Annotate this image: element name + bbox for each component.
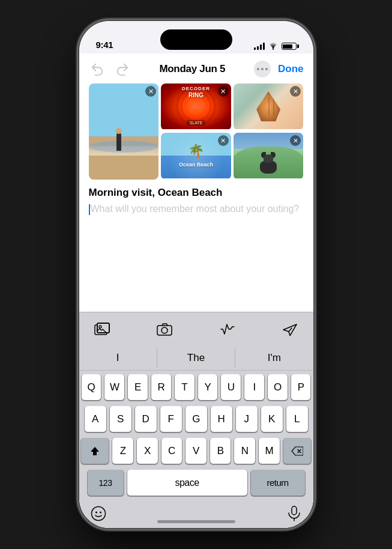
key-q[interactable]: Q xyxy=(82,374,101,400)
svg-point-0 xyxy=(272,48,273,49)
key-d[interactable]: D xyxy=(135,406,157,432)
undo-button[interactable] xyxy=(89,61,106,77)
photo-shell[interactable]: ✕ xyxy=(234,83,304,130)
key-l[interactable]: L xyxy=(286,406,308,432)
key-r[interactable]: R xyxy=(151,374,171,400)
journal-title: Morning visit, Ocean Beach xyxy=(89,187,304,199)
key-u[interactable]: U xyxy=(221,374,241,400)
dynamic-island xyxy=(160,29,232,50)
photo-beach[interactable]: ✕ xyxy=(89,83,159,180)
svg-point-6 xyxy=(161,327,167,333)
more-dot xyxy=(265,68,268,70)
keyboard-row-4: 123 space return xyxy=(82,470,311,496)
key-t[interactable]: T xyxy=(175,374,194,400)
photo-library-button[interactable] xyxy=(91,318,113,340)
svg-point-9 xyxy=(100,512,101,514)
photo-dog[interactable]: ✕ xyxy=(234,133,304,180)
space-key[interactable]: space xyxy=(127,470,247,496)
svg-point-7 xyxy=(91,507,105,521)
palm-icon: 🌴 xyxy=(188,144,204,159)
phone-frame: 9:41 xyxy=(79,21,313,528)
screen: 9:41 xyxy=(79,21,313,528)
more-dot xyxy=(261,68,264,70)
toolbar-title: Monday Jun 5 xyxy=(159,63,225,75)
predictive-item-3[interactable]: I'm xyxy=(235,348,313,368)
key-j[interactable]: J xyxy=(236,406,258,432)
status-icons xyxy=(254,43,297,50)
text-cursor xyxy=(89,204,90,215)
redo-button[interactable] xyxy=(114,61,131,77)
key-a[interactable]: A xyxy=(85,406,106,432)
delete-key[interactable] xyxy=(283,438,311,464)
key-s[interactable]: S xyxy=(110,406,131,432)
key-f[interactable]: F xyxy=(160,406,182,432)
home-indicator xyxy=(157,520,235,523)
audio-button[interactable] xyxy=(217,318,238,340)
toolbar-right: Done xyxy=(254,61,304,77)
key-y[interactable]: Y xyxy=(198,374,218,400)
more-dot xyxy=(257,68,259,70)
key-o[interactable]: O xyxy=(268,374,288,400)
key-e[interactable]: E xyxy=(128,374,148,400)
status-time: 9:41 xyxy=(96,40,113,50)
key-m[interactable]: M xyxy=(259,438,280,464)
return-key[interactable]: return xyxy=(251,470,305,496)
decoder-slate: SLATE xyxy=(187,120,205,126)
microphone-button[interactable] xyxy=(283,503,305,524)
journal-area[interactable]: Morning visit, Ocean Beach What will you… xyxy=(79,187,313,312)
key-p[interactable]: P xyxy=(291,374,311,400)
key-g[interactable]: G xyxy=(185,406,207,432)
camera-button[interactable] xyxy=(154,318,175,340)
key-b[interactable]: B xyxy=(210,438,231,464)
keyboard-row-3: Z X C V B N M xyxy=(82,438,311,464)
numbers-key[interactable]: 123 xyxy=(88,470,124,496)
key-v[interactable]: V xyxy=(185,438,207,464)
photo-ocean-beach[interactable]: 🌴 Ocean Beach ✕ xyxy=(161,133,231,180)
emoji-button[interactable] xyxy=(88,503,109,524)
keyboard-toolbar xyxy=(79,312,313,346)
key-i[interactable]: I xyxy=(244,374,264,400)
ocean-beach-label: Ocean Beach xyxy=(179,162,213,168)
journal-placeholder[interactable]: What will you remember most about your o… xyxy=(89,202,304,216)
app-content: Monday Jun 5 Done xyxy=(79,53,313,528)
key-z[interactable]: Z xyxy=(112,438,133,464)
toolbar-left xyxy=(89,61,131,77)
key-h[interactable]: H xyxy=(211,406,232,432)
key-n[interactable]: N xyxy=(234,438,255,464)
keyboard: Q W E R T Y U I O P A S D F G xyxy=(79,371,313,528)
key-x[interactable]: X xyxy=(137,438,158,464)
predictive-item-2[interactable]: The xyxy=(157,348,235,368)
svg-rect-2 xyxy=(97,323,109,333)
key-w[interactable]: W xyxy=(104,374,124,400)
send-button[interactable] xyxy=(279,318,301,340)
svg-rect-10 xyxy=(292,506,297,515)
key-c[interactable]: C xyxy=(161,438,182,464)
remove-photo-ocean-beach[interactable]: ✕ xyxy=(218,135,229,146)
wifi-icon xyxy=(268,43,278,50)
predictive-bar: I The I'm xyxy=(79,346,313,371)
done-button[interactable]: Done xyxy=(278,63,304,75)
more-button[interactable] xyxy=(254,61,271,77)
toolbar: Monday Jun 5 Done xyxy=(79,53,313,83)
svg-point-8 xyxy=(95,512,97,514)
shift-key[interactable] xyxy=(81,438,109,464)
key-k[interactable]: K xyxy=(261,406,283,432)
keyboard-row-2: A S D F G H J K L xyxy=(82,406,311,432)
signal-icon xyxy=(254,43,265,50)
keyboard-row-1: Q W E R T Y U I O P xyxy=(82,374,311,400)
photo-decoder[interactable]: DECODER RING SLATE ✕ xyxy=(161,83,231,130)
predictive-item-1[interactable]: I xyxy=(79,348,157,368)
remove-photo-decoder[interactable]: ✕ xyxy=(218,86,229,97)
photo-grid: ✕ DECODER RING SLATE ✕ xyxy=(79,83,313,187)
battery-icon xyxy=(282,43,297,50)
